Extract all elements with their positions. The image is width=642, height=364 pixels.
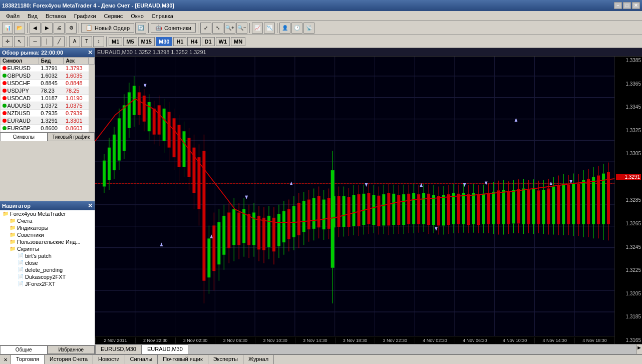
menu-insert[interactable]: Вставка: [42, 12, 70, 20]
svg-rect-76: [187, 138, 190, 177]
market-row[interactable]: EURGBP 0.8600 0.8603: [1, 125, 95, 132]
navigator-close[interactable]: ✕: [88, 202, 93, 209]
nav-item[interactable]: 📁Пользовательские Инд...: [0, 238, 95, 245]
back-button[interactable]: ◀: [30, 23, 41, 34]
chart-canvas[interactable]: ▼ ▼ ▼ ▼ ▲ ▲ ▲ ▼ ▲ ▲ ▼ ▲ ▼ 1.3385 1.3365 …: [95, 57, 642, 344]
tab-experts[interactable]: Эксперты: [208, 355, 243, 364]
separator-4: [198, 23, 198, 33]
title-bar: 183821180: Forex4you MetaTrader 4 - Демо…: [0, 0, 642, 11]
menu-charts[interactable]: Графики: [70, 12, 100, 20]
close-button[interactable]: ✕: [632, 2, 640, 9]
zoom-out2-button[interactable]: 🔍−: [236, 23, 247, 34]
market-row[interactable]: GBPUSD 1.6032 1.6035: [1, 72, 95, 80]
text-button[interactable]: A: [69, 36, 80, 47]
nav-item[interactable]: 📄Dukascopy2FXT: [0, 273, 95, 280]
tf-mn[interactable]: MN: [231, 37, 245, 46]
tf-h4[interactable]: H4: [187, 37, 200, 46]
open-button[interactable]: 📂: [14, 23, 25, 34]
chart-svg: ▼ ▼ ▼ ▼ ▲ ▲ ▲ ▼ ▲ ▲ ▼ ▲ ▼: [95, 57, 614, 336]
advisors-button[interactable]: 🤖 Советники: [151, 23, 196, 33]
time-7: 3 Nov 18:30: [335, 337, 375, 343]
market-row[interactable]: NZDUSD 0.7935 0.7939: [1, 110, 95, 117]
chart-tab-euraud[interactable]: EURAUD,M30: [142, 344, 188, 354]
menu-file[interactable]: Файл: [2, 12, 24, 20]
new-chart-button[interactable]: 📊: [2, 23, 13, 34]
period-button[interactable]: 📉: [264, 23, 275, 34]
line-button[interactable]: ╱: [54, 36, 65, 47]
svg-rect-208: [407, 194, 410, 224]
connect-button[interactable]: 📡: [303, 23, 314, 34]
svg-rect-175: [353, 195, 356, 226]
menu-service[interactable]: Сервис: [100, 12, 127, 20]
nav-item[interactable]: 📄JForex2FXT: [0, 280, 95, 287]
chart-tab-eurusd[interactable]: EURUSD,M30: [95, 344, 142, 354]
market-row[interactable]: USDCAD 1.0187 1.0190: [1, 95, 95, 102]
accounts-button[interactable]: 👤: [279, 23, 290, 34]
svg-rect-271: [507, 191, 510, 224]
minimize-button[interactable]: −: [614, 2, 622, 9]
arrow2-button[interactable]: ↕: [93, 36, 104, 47]
market-row[interactable]: USDJPY 78.23 78.25: [1, 87, 95, 95]
tab-news[interactable]: Новости: [93, 355, 125, 364]
zoom-in-button[interactable]: ⤢: [200, 23, 211, 34]
tab-mailbox[interactable]: Почтовый ящик: [158, 355, 208, 364]
market-row[interactable]: USDCHF 0.8845 0.8848: [1, 80, 95, 87]
maximize-button[interactable]: □: [623, 2, 631, 9]
tf-d1[interactable]: D1: [202, 37, 215, 46]
crosshair-button[interactable]: ✛: [2, 36, 13, 47]
market-row[interactable]: AUDUSD 1.0372 1.0375: [1, 102, 95, 110]
separator-2: [79, 23, 79, 33]
tf-m15[interactable]: M15: [138, 37, 155, 46]
tf-m5[interactable]: M5: [123, 37, 137, 46]
nav-item[interactable]: 📁Счета: [0, 217, 95, 224]
vline-button[interactable]: │: [42, 36, 53, 47]
svg-rect-238: [331, 170, 335, 268]
tab-trading[interactable]: Торговля: [11, 355, 45, 364]
tab-tick-chart[interactable]: Тиковый график: [48, 133, 95, 141]
price-1325: 1.3325: [616, 128, 641, 133]
market-watch-close[interactable]: ✕: [88, 49, 93, 56]
forward-button[interactable]: ▶: [42, 23, 53, 34]
tab-history[interactable]: История Счета: [45, 355, 93, 364]
zoom-out-button[interactable]: ⤡: [212, 23, 223, 34]
market-row[interactable]: EURUSD 1.3791 1.3793: [1, 65, 95, 72]
zoom-in2-button[interactable]: 🔍+: [224, 23, 235, 34]
tf-h1[interactable]: H1: [173, 37, 186, 46]
svg-text:▲: ▲: [548, 180, 553, 186]
menu-view[interactable]: Вид: [24, 12, 42, 20]
print-button[interactable]: 🖨: [54, 23, 65, 34]
arrow-button[interactable]: ↖: [14, 36, 25, 47]
nav-tab-general[interactable]: Общие: [0, 345, 48, 354]
tab-journal[interactable]: Журнал: [243, 355, 274, 364]
svg-rect-151: [312, 198, 315, 229]
properties-button[interactable]: ⚙: [66, 23, 77, 34]
tf-m30[interactable]: M30: [156, 37, 172, 46]
indicator-button[interactable]: 📈: [252, 23, 263, 34]
nav-item[interactable]: 📁Индикаторы: [0, 224, 95, 231]
nav-item[interactable]: 📄delete_pending: [0, 266, 95, 273]
nav-item[interactable]: 📄birt's patch: [0, 252, 95, 259]
label-button[interactable]: T: [81, 36, 92, 47]
market-row[interactable]: EURAUD 1.3291 1.3301: [1, 117, 95, 125]
nav-tab-favorites[interactable]: Избранное: [48, 345, 95, 354]
tf-m1[interactable]: M1: [109, 37, 122, 46]
terminal-icon: ✕: [0, 355, 11, 364]
tab-signals[interactable]: Сигналы: [125, 355, 158, 364]
tab-symbols[interactable]: Символы: [0, 133, 48, 141]
autoscroll-button[interactable]: 🔄: [135, 23, 146, 34]
svg-rect-241: [457, 194, 460, 224]
menu-window[interactable]: Окно: [127, 12, 148, 20]
time-button[interactable]: 🕐: [291, 23, 302, 34]
chart-scroll-right[interactable]: ►: [636, 344, 642, 354]
nav-item[interactable]: 📁Forex4you MetaTrader: [0, 210, 95, 217]
nav-item[interactable]: 📁Скрипты: [0, 245, 95, 252]
nav-item[interactable]: 📄close: [0, 259, 95, 266]
menu-help[interactable]: Справка: [148, 12, 177, 20]
tf-w1[interactable]: W1: [216, 37, 230, 46]
svg-rect-58: [158, 105, 161, 134]
price-current: 1.3291: [616, 174, 641, 180]
bottom-tabs: ✕ Торговля История Счета Новости Сигналы…: [0, 355, 642, 364]
new-order-button[interactable]: 📋 Новый Ордер: [81, 23, 134, 33]
nav-item[interactable]: 📁Советники: [0, 231, 95, 238]
hline-button[interactable]: ─: [30, 36, 41, 47]
